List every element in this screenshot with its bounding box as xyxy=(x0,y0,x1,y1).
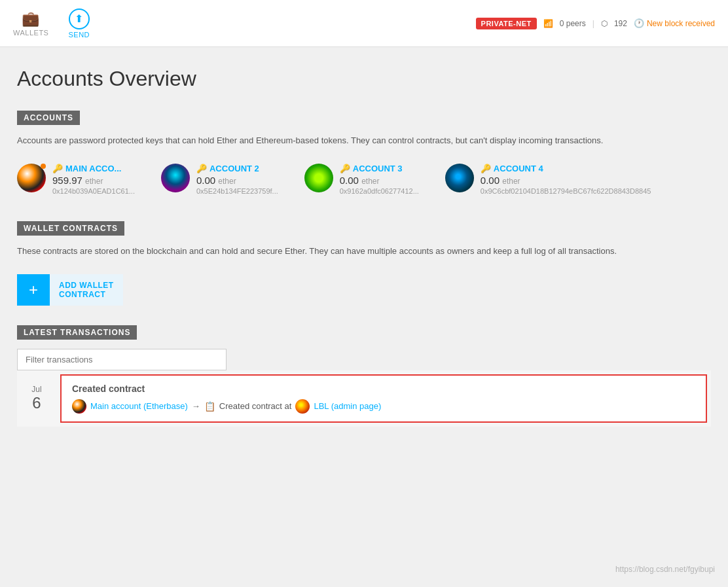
peers-icon: 📶 xyxy=(543,19,553,28)
account-info-1: 🔑 ACCOUNT 2 0.00 ether 0x5E24b134FE22375… xyxy=(196,164,278,195)
account-name-0: 🔑 MAIN ACCO... xyxy=(52,164,135,173)
account-avatar-2 xyxy=(304,164,333,192)
tx-to-name[interactable]: LBL (admin page) xyxy=(314,401,381,411)
separator: | xyxy=(592,19,594,28)
online-dot xyxy=(41,164,46,169)
network-info: PRIVATE-NET 📶 0 peers | ⬡ 192 🕐 New bloc… xyxy=(476,18,715,29)
account-address-2: 0x9162a0dfc06277412... xyxy=(340,187,419,195)
tx-from-avatar xyxy=(72,399,86,414)
nav-wallets[interactable]: 💼 WALLETS xyxy=(13,10,48,37)
account-balance-2: 0.00 ether xyxy=(340,175,419,186)
account-info-2: 🔑 ACCOUNT 3 0.00 ether 0x9162a0dfc062774… xyxy=(340,164,419,195)
tx-at-text: Created contract at xyxy=(219,401,292,411)
tx-detail-0: Main account (Etherbase) → 📋 Created con… xyxy=(72,399,695,414)
tx-day-0: 6 xyxy=(32,394,41,412)
page-title: Accounts Overview xyxy=(17,67,711,91)
tx-month-0: Jul xyxy=(31,385,41,394)
nav-send-label: SEND xyxy=(68,31,90,39)
tx-contract-icon: 📋 xyxy=(204,401,215,412)
blocks-count: 192 xyxy=(614,19,627,28)
clock-icon: 🕐 xyxy=(634,18,644,28)
account-info-3: 🔑 ACCOUNT 4 0.00 ether 0x9C6cbf02104D18B… xyxy=(481,164,651,195)
key-icon-1: 🔑 xyxy=(196,164,207,173)
top-navigation: 💼 WALLETS ⬆ SEND PRIVATE-NET 📶 0 peers |… xyxy=(0,0,728,47)
new-block-text: New block received xyxy=(647,19,715,28)
add-wallet-plus-icon: + xyxy=(17,274,50,306)
tx-from-account[interactable]: Main account (Etherbase) xyxy=(90,401,188,411)
wallet-contracts-description: These contracts are stored on the blockc… xyxy=(17,245,711,258)
accounts-description: Accounts are password protected keys tha… xyxy=(17,134,711,148)
filter-transactions-input[interactable] xyxy=(17,349,227,370)
account-card-3[interactable]: 🔑 ACCOUNT 4 0.00 ether 0x9C6cbf02104D18B… xyxy=(445,164,651,195)
account-address-3: 0x9C6cbf02104D18B12794eBC67fc622D8843D88… xyxy=(481,187,651,195)
private-net-badge: PRIVATE-NET xyxy=(476,18,537,29)
blocks-icon: ⬡ xyxy=(601,19,608,28)
nav-items: 💼 WALLETS ⬆ SEND xyxy=(13,9,90,39)
transaction-row-0: Jul 6 Created contract Main account (Eth… xyxy=(17,370,711,427)
peers-count: 0 peers xyxy=(560,19,586,28)
tx-card-0: Created contract Main account (Etherbase… xyxy=(60,374,707,423)
account-name-1: 🔑 ACCOUNT 2 xyxy=(196,164,278,173)
key-icon-2: 🔑 xyxy=(340,164,350,173)
account-avatar-1 xyxy=(161,164,190,192)
main-content: Accounts Overview ACCOUNTS Accounts are … xyxy=(4,47,724,459)
send-icon: ⬆ xyxy=(69,9,90,29)
wallets-icon: 💼 xyxy=(22,10,40,27)
account-card-2[interactable]: 🔑 ACCOUNT 3 0.00 ether 0x9162a0dfc062774… xyxy=(304,164,419,195)
add-wallet-button[interactable]: + ADD WALLET CONTRACT xyxy=(17,274,148,306)
nav-wallets-label: WALLETS xyxy=(13,29,48,37)
tx-title-0: Created contract xyxy=(72,383,695,394)
account-card-1[interactable]: 🔑 ACCOUNT 2 0.00 ether 0x5E24b134FE22375… xyxy=(161,164,278,195)
account-address-0: 0x124b039A0EAD1C61... xyxy=(52,187,135,195)
tx-to-avatar xyxy=(295,399,310,414)
nav-send[interactable]: ⬆ SEND xyxy=(68,9,90,39)
add-wallet-label: ADD WALLET CONTRACT xyxy=(50,274,123,306)
account-card-0[interactable]: 🔑 MAIN ACCO... 959.97 ether 0x124b039A0E… xyxy=(17,164,135,195)
transactions-section: LATEST TRANSACTIONS Jul 6 Created contra… xyxy=(17,325,711,427)
key-icon-3: 🔑 xyxy=(481,164,491,173)
accounts-grid: 🔑 MAIN ACCO... 959.97 ether 0x124b039A0E… xyxy=(17,164,711,195)
accounts-header: ACCOUNTS xyxy=(17,111,80,125)
accounts-section: ACCOUNTS Accounts are password protected… xyxy=(17,111,711,195)
account-balance-0: 959.97 ether xyxy=(52,175,135,186)
transactions-header: LATEST TRANSACTIONS xyxy=(17,325,137,340)
account-name-2: 🔑 ACCOUNT 3 xyxy=(340,164,419,173)
account-address-1: 0x5E24b134FE223759f... xyxy=(196,187,278,195)
account-info-0: 🔑 MAIN ACCO... 959.97 ether 0x124b039A0E… xyxy=(52,164,135,195)
account-balance-1: 0.00 ether xyxy=(196,175,278,186)
wallet-contracts-section: WALLET CONTRACTS These contracts are sto… xyxy=(17,221,711,306)
tx-date-0: Jul 6 xyxy=(17,370,56,427)
account-avatar-3 xyxy=(445,164,474,192)
account-name-3: 🔑 ACCOUNT 4 xyxy=(481,164,651,173)
new-block-notice: 🕐 New block received xyxy=(634,18,715,28)
wallet-contracts-header: WALLET CONTRACTS xyxy=(17,221,124,236)
account-balance-3: 0.00 ether xyxy=(481,175,651,186)
key-icon-0: 🔑 xyxy=(52,164,63,173)
tx-arrow: → xyxy=(192,401,200,411)
